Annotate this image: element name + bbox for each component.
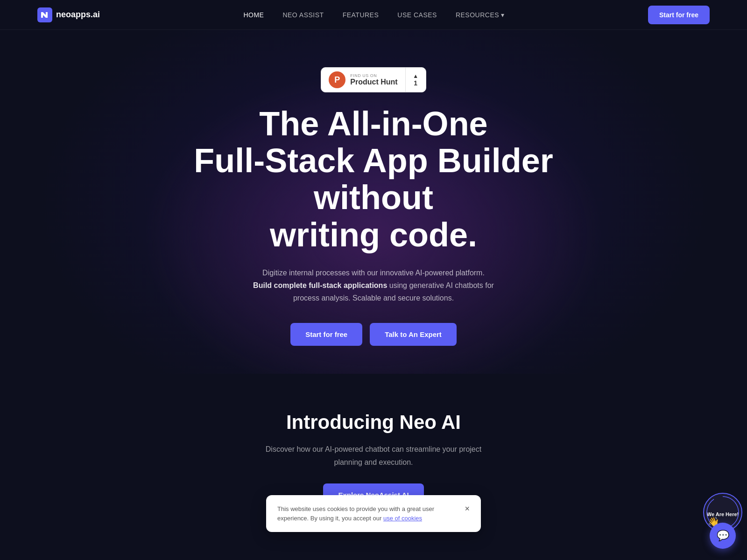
intro-subtitle: Discover how our AI-powered chatbot can … xyxy=(261,443,486,468)
navbar: neoapps.ai HOME NEO ASSIST FEATURES USE … xyxy=(0,0,747,30)
hero-talk-expert-button[interactable]: Talk to An Expert xyxy=(370,323,457,346)
cookie-link[interactable]: use of cookies xyxy=(383,515,422,522)
logo-text: neoapps.ai xyxy=(56,10,100,20)
hero-title: The All-in-One Full-Stack App Builder wi… xyxy=(163,105,584,253)
nav-links: HOME NEO ASSIST FEATURES USE CASES RESOU… xyxy=(243,11,504,19)
cookie-header: This website uses cookies to provide you… xyxy=(277,504,470,523)
chat-button[interactable]: 💬 xyxy=(710,523,736,549)
chevron-down-icon: ▾ xyxy=(501,11,505,19)
hero-start-free-button[interactable]: Start for free xyxy=(290,323,362,346)
ph-main-text: Product Hunt xyxy=(350,78,397,86)
intro-title: Introducing Neo AI xyxy=(286,411,461,434)
ph-vote-count: 1 xyxy=(414,79,417,87)
nav-features[interactable]: FEATURES xyxy=(343,11,379,19)
product-hunt-badge[interactable]: P FIND US ON Product Hunt ▲ 1 xyxy=(321,67,426,92)
nav-use-cases[interactable]: USE CASES xyxy=(397,11,437,19)
nav-neo-assist[interactable]: NEO ASSIST xyxy=(282,11,324,19)
nav-home[interactable]: HOME xyxy=(243,11,264,19)
hero-subtitle: Digitize internal processes with our inn… xyxy=(252,266,495,305)
svg-text:WE ARE HERE!: WE ARE HERE! xyxy=(704,494,723,495)
cookie-banner: This website uses cookies to provide you… xyxy=(266,495,481,532)
ph-find-text: FIND US ON xyxy=(350,73,377,78)
nav-resources[interactable]: RESOURCES ▾ xyxy=(456,11,505,19)
chat-icon: 💬 xyxy=(717,530,729,542)
logo-icon xyxy=(37,7,52,22)
ph-vote-section: ▲ 1 xyxy=(405,68,426,92)
cookie-text: This website uses cookies to provide you… xyxy=(277,504,465,523)
ph-text-block: FIND US ON Product Hunt xyxy=(350,73,397,86)
ph-left: P FIND US ON Product Hunt xyxy=(321,71,405,88)
ph-logo-icon: P xyxy=(329,71,345,88)
logo[interactable]: neoapps.ai xyxy=(37,7,100,22)
nav-start-free-button[interactable]: Start for free xyxy=(648,6,710,24)
ph-upvote-arrow: ▲ xyxy=(413,73,418,79)
hero-buttons: Start for free Talk to An Expert xyxy=(290,323,457,346)
cookie-close-button[interactable]: × xyxy=(465,504,470,513)
hero-section: P FIND US ON Product Hunt ▲ 1 The All-in… xyxy=(0,30,747,374)
